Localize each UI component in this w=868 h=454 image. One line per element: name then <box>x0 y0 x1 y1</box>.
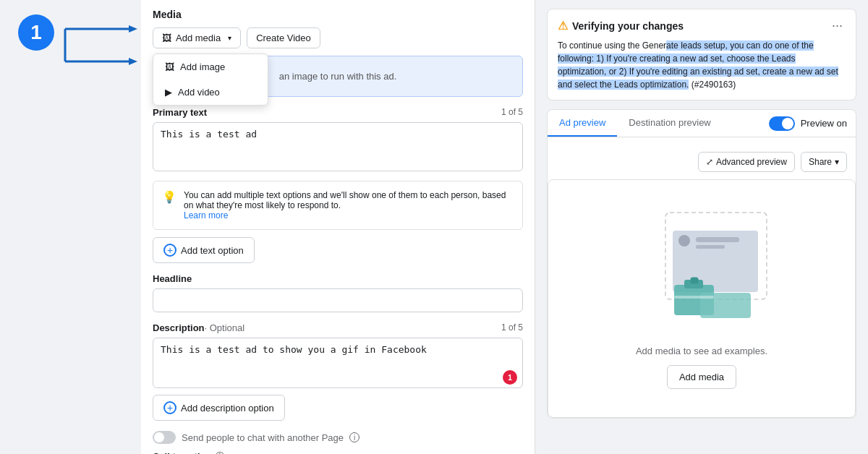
send-people-row: Send people to chat with another Page i <box>153 431 523 444</box>
arrow-annotation <box>43 7 137 87</box>
svg-marker-1 <box>129 25 137 33</box>
add-media-label: Add media <box>176 33 221 43</box>
add-video-item[interactable]: ▶ Add video <box>153 80 268 105</box>
verify-text: To continue using the Generate leads set… <box>558 39 846 91</box>
headline-label: Headline <box>153 273 523 284</box>
svg-marker-5 <box>129 58 137 65</box>
svg-rect-15 <box>674 296 714 299</box>
share-button[interactable]: Share ▾ <box>801 152 847 172</box>
share-label: Share <box>809 157 832 167</box>
media-dropdown: 🖼 Add image ▶ Add video <box>153 53 268 106</box>
info-text: You can add multiple text options and we… <box>184 190 506 210</box>
main-panel: Media 🖼 Add media ▾ 👆 Create Video 🖼 Add… <box>141 0 535 454</box>
plus-circle-icon: + <box>163 244 176 257</box>
svg-rect-9 <box>696 237 739 242</box>
ad-preview-placeholder-text: Add media to see ad examples. <box>636 346 767 356</box>
video-menu-icon: ▶ <box>165 87 172 98</box>
ad-placeholder-illustration <box>629 209 774 332</box>
svg-rect-13 <box>691 278 698 283</box>
ad-illustration <box>629 209 774 334</box>
description-wrapper: This is a test ad to show you a gif in F… <box>153 338 523 390</box>
send-people-label: Send people to chat with another Page <box>182 432 344 443</box>
plus-circle-desc-icon: + <box>163 401 176 414</box>
preview-toggle-switch[interactable] <box>769 116 795 131</box>
add-image-label: Add image <box>180 61 225 72</box>
dropdown-arrow-icon: ▾ <box>228 34 231 42</box>
placeholder-text: an image to run with this ad. <box>279 71 397 82</box>
advanced-preview-button[interactable]: ⤢ Advanced preview <box>698 152 795 172</box>
description-title: Description· Optional <box>153 322 244 333</box>
advanced-preview-label: Advanced preview <box>716 157 787 167</box>
lightbulb-icon: 💡 <box>162 190 176 220</box>
verify-title-text: Verifying your changes <box>572 20 684 32</box>
send-people-toggle[interactable] <box>153 431 176 444</box>
more-options-button[interactable]: ··· <box>829 18 846 33</box>
tab-destination-preview[interactable]: Destination preview <box>617 110 722 137</box>
headline-title: Headline <box>153 273 192 284</box>
description-badge: 1 <box>503 370 517 385</box>
preview-container: Ad preview Destination preview Preview o… <box>547 109 856 419</box>
add-text-option-button[interactable]: + Add text option <box>153 237 255 263</box>
ad-preview-box: Add media to see ad examples. Add media <box>548 179 856 418</box>
image-icon: 🖼 <box>162 33 171 43</box>
verify-header: ⚠ Verifying your changes ··· <box>558 18 846 33</box>
headline-input[interactable]: Chat in Messenger <box>153 288 523 312</box>
add-media-preview-button[interactable]: Add media <box>667 365 736 389</box>
preview-panel: ⚠ Verifying your changes ··· To continue… <box>535 0 868 454</box>
media-section-title: Media <box>153 9 523 20</box>
warning-icon: ⚠ <box>558 19 568 33</box>
primary-text-count: 1 of 5 <box>501 107 523 118</box>
add-video-label: Add video <box>178 87 220 98</box>
send-people-info-icon[interactable]: i <box>349 432 359 442</box>
preview-controls: ⤢ Advanced preview Share ▾ <box>548 146 856 172</box>
add-text-option-label: Add text option <box>181 245 244 256</box>
primary-text-title: Primary text <box>153 107 207 118</box>
add-image-item[interactable]: 🖼 Add image <box>153 54 268 80</box>
primary-text-info-box: 💡 You can add multiple text options and … <box>153 181 523 230</box>
cta-title: Call to action <box>153 451 212 454</box>
svg-point-8 <box>678 235 690 247</box>
description-label: Description· Optional 1 of 5 <box>153 322 523 333</box>
description-input[interactable]: This is a test ad to show you a gif in F… <box>153 338 523 388</box>
add-media-button[interactable]: 🖼 Add media ▾ 👆 <box>153 27 241 48</box>
image-menu-icon: 🖼 <box>165 61 174 72</box>
description-count: 1 of 5 <box>501 322 523 333</box>
verify-text-end: (#2490163) <box>692 80 736 90</box>
add-desc-option-label: Add description option <box>181 403 274 414</box>
primary-text-label: Primary text 1 of 5 <box>153 107 523 118</box>
expand-icon: ⤢ <box>706 157 713 167</box>
annotation-area: 1 <box>0 0 141 454</box>
create-video-button[interactable]: Create Video <box>247 27 320 48</box>
verify-banner: ⚠ Verifying your changes ··· To continue… <box>547 9 856 100</box>
cta-label: Call to action i <box>153 451 523 454</box>
preview-tabs: Ad preview Destination preview Preview o… <box>548 110 856 137</box>
svg-rect-10 <box>696 245 725 249</box>
media-buttons: 🖼 Add media ▾ 👆 Create Video 🖼 Add image… <box>153 27 523 48</box>
add-description-option-button[interactable]: + Add description option <box>153 395 285 421</box>
verify-text-part1: To continue using the Gener <box>558 40 666 51</box>
verify-title: ⚠ Verifying your changes <box>558 19 684 33</box>
tab-ad-preview[interactable]: Ad preview <box>548 110 617 137</box>
primary-text-input[interactable]: This is a test ad <box>153 122 523 171</box>
learn-more-link[interactable]: Learn more <box>184 210 228 220</box>
preview-toggle-row: Preview on <box>769 116 856 131</box>
preview-toggle-label: Preview on <box>801 118 847 129</box>
create-video-label: Create Video <box>256 33 311 43</box>
cta-info-icon[interactable]: i <box>215 452 225 455</box>
share-chevron-icon: ▾ <box>835 157 839 167</box>
